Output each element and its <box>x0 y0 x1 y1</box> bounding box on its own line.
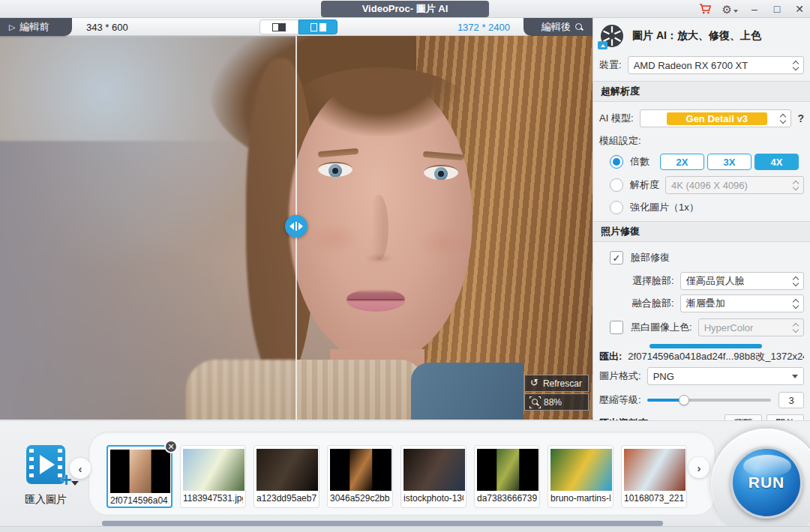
aperture-icon <box>599 23 625 49</box>
stepper-icon <box>789 324 798 332</box>
media-tray-bar: + 匯入圖片 ‹ 2f0714596a0418 ✕ 1183947531.jpg… <box>0 420 810 526</box>
refresh-icon: ↺ <box>530 378 538 387</box>
close-button[interactable]: ✕ <box>794 3 806 15</box>
module-settings-label-row: 模組設定: <box>593 134 810 148</box>
chevron-down-icon <box>734 10 738 13</box>
blend-face-label: 融合臉部: <box>632 297 674 310</box>
cart-icon[interactable] <box>699 3 712 15</box>
before-after-preview[interactable]: ↺ Refrescar 88% <box>0 36 592 420</box>
split-slider-handle[interactable] <box>285 215 308 238</box>
face-repair-label: 臉部修復 <box>631 251 670 265</box>
after-dimensions: 1372 * 2400 <box>458 18 510 36</box>
before-tab[interactable]: ▷ 編輯前 <box>0 18 72 36</box>
scale-3x-button[interactable]: 3X <box>707 154 752 170</box>
scale-label: 倍數 <box>630 155 650 169</box>
window-title: VideoProc- 圖片 AI <box>321 1 489 17</box>
scale-2x-button[interactable]: 2X <box>660 154 704 170</box>
select-face-select[interactable]: 僅高品質人臉 <box>680 272 804 290</box>
thumbnail-item[interactable]: 10168073_2217 <box>621 445 687 508</box>
panel-scrollbar[interactable] <box>650 344 762 348</box>
thumbnail-item[interactable]: da738366673965 <box>474 445 540 508</box>
maximize-button[interactable]: □ <box>771 3 783 15</box>
colorize-select[interactable]: HyperColor <box>698 318 804 336</box>
arrow-left-icon <box>290 223 294 230</box>
settings-panel: 圖片 AI：放大、修復、上色 裝置: AMD Radeon RX 6700 XT… <box>592 18 810 421</box>
zoom-level-value: 88% <box>544 397 562 408</box>
import-film-icon: + <box>26 445 65 484</box>
thumbnail-item[interactable]: 3046a529c2bba8 <box>327 445 393 508</box>
resolution-row: 解析度 4K (4096 X 4096) <box>593 176 810 194</box>
slider-thumb[interactable] <box>679 395 689 405</box>
split-view-button[interactable] <box>298 19 338 34</box>
stepper-icon <box>789 300 798 308</box>
subject-hairline <box>294 67 465 136</box>
after-tab-label: 編輯後 <box>542 20 571 34</box>
refresh-label: Refrescar <box>543 378 582 389</box>
bottom-edge <box>0 526 810 532</box>
run-label: RUN <box>748 474 785 492</box>
refresh-button[interactable]: ↺ Refrescar <box>524 375 589 392</box>
ai-model-row: AI 模型: Gen Detail v3 ? <box>593 109 810 127</box>
thumbnail-filename: istockphoto-1307 <box>404 493 464 504</box>
thumbnail-item[interactable]: 1183947531.jpg <box>180 445 246 508</box>
title-bar: VideoProc- 圖片 AI ⚙ – □ ✕ <box>0 0 810 18</box>
ai-model-select[interactable]: Gen Detail v3 <box>640 109 792 127</box>
resolution-select[interactable]: 4K (4096 X 4096) <box>665 176 804 194</box>
thumbnail-item[interactable]: 2f0714596a0418 ✕ <box>106 445 172 508</box>
export-filename: 2f0714596a0418ad24f...98b8改_1372x2400.pn… <box>628 350 804 363</box>
zoom-indicator[interactable]: 88% <box>524 393 589 411</box>
thumbnail-item[interactable]: bruno-martins-BY <box>548 445 614 508</box>
scale-radio[interactable] <box>610 155 623 169</box>
scale-row: 倍數 2X 3X 4X <box>593 154 810 170</box>
subject-eye <box>424 165 458 180</box>
blend-face-select[interactable]: 漸層疊加 <box>680 294 804 312</box>
enhance-radio[interactable] <box>610 201 623 214</box>
scale-4x-button[interactable]: 4X <box>754 154 799 170</box>
help-button[interactable]: ? <box>797 112 804 124</box>
minimize-button[interactable]: – <box>748 3 760 15</box>
format-label: 圖片格式: <box>599 369 641 383</box>
compression-label: 壓縮等級: <box>599 393 641 407</box>
select-face-value: 僅高品質人臉 <box>686 274 745 288</box>
tray-scrollbar-track[interactable] <box>88 521 716 526</box>
thumbnail-filename: a123dd95aeb7fc <box>256 493 316 504</box>
zoom-magnifier-icon <box>530 398 539 407</box>
chevron-down-icon <box>71 481 79 486</box>
resolution-label: 解析度 <box>630 178 659 192</box>
compression-value: 3 <box>778 392 804 408</box>
single-view-button[interactable] <box>260 19 298 34</box>
enhance-label: 強化圖片（1x） <box>630 201 699 214</box>
before-half-overlay <box>0 36 296 420</box>
device-label: 裝置: <box>599 58 622 72</box>
gear-icon[interactable]: ⚙ <box>722 4 738 15</box>
scroll-right-button[interactable]: › <box>688 457 710 478</box>
resolution-radio[interactable] <box>610 178 623 192</box>
subject-lips <box>346 289 405 312</box>
single-view-icon <box>272 23 286 31</box>
subject-lips <box>348 299 404 300</box>
magnifier-icon <box>575 23 584 31</box>
thumbnail-item[interactable]: istockphoto-1307 <box>400 445 466 508</box>
colorize-checkbox[interactable] <box>610 321 623 334</box>
run-button[interactable]: RUN <box>730 447 802 519</box>
app-window: VideoProc- 圖片 AI ⚙ – □ ✕ ▷ 編輯前 343 * 600… <box>0 0 810 532</box>
remove-thumbnail-button[interactable]: ✕ <box>164 440 178 453</box>
after-tab[interactable]: 編輯後 <box>524 18 592 36</box>
subject-cheek <box>417 226 472 259</box>
subject-nose <box>364 253 393 264</box>
ai-model-label: AI 模型: <box>599 112 634 125</box>
image-badge-icon <box>598 41 608 49</box>
split-mid-line <box>296 222 297 231</box>
caret-down-icon <box>792 375 798 378</box>
compression-slider[interactable] <box>647 399 771 402</box>
import-images-button[interactable]: + 匯入圖片 <box>20 445 72 507</box>
format-row: 圖片格式: PNG <box>593 367 810 385</box>
tray-scrollbar-thumb[interactable] <box>102 521 663 526</box>
scroll-left-button[interactable]: ‹ <box>70 458 91 479</box>
face-repair-checkbox[interactable]: ✓ <box>610 251 623 265</box>
device-select[interactable]: AMD Radeon RX 6700 XT <box>628 56 804 74</box>
section-super-resolution: 超解析度 <box>593 81 810 102</box>
format-select[interactable]: PNG <box>647 367 804 385</box>
arrow-right-icon <box>298 223 303 230</box>
thumbnail-item[interactable]: a123dd95aeb7fc <box>254 445 320 508</box>
